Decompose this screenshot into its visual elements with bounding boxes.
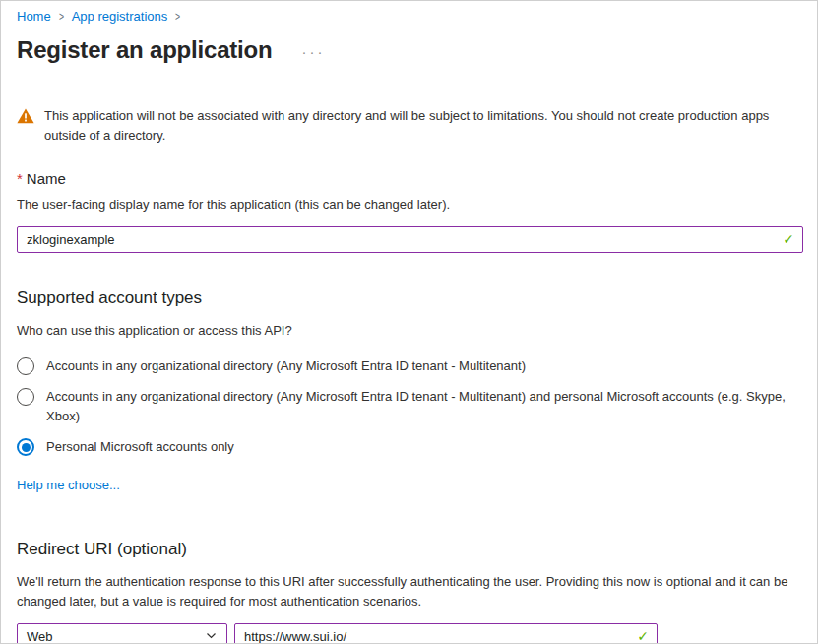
supported-account-types-heading: Supported account types	[17, 288, 801, 309]
breadcrumb-separator-icon: >	[175, 9, 180, 25]
breadcrumb-app-registrations-link[interactable]: App registrations	[72, 9, 168, 25]
redirect-uri-input[interactable]	[234, 623, 658, 644]
register-application-blade: Home > App registrations > Register an a…	[0, 0, 818, 644]
account-type-option-multitenant[interactable]: Accounts in any organizational directory…	[17, 356, 801, 376]
blade-context-menu-icon[interactable]: ···	[301, 43, 325, 57]
required-asterisk: *	[17, 170, 23, 187]
account-type-radio-group: Accounts in any organizational directory…	[17, 356, 801, 457]
title-row: Register an application ···	[17, 35, 801, 65]
help-me-choose-link[interactable]: Help me choose...	[17, 478, 120, 492]
name-field-wrap: ✓	[17, 226, 803, 253]
account-type-option-multitenant-personal[interactable]: Accounts in any organizational directory…	[17, 387, 801, 426]
account-type-option-personal-only[interactable]: Personal Microsoft accounts only	[17, 437, 801, 457]
radio-label: Accounts in any organizational directory…	[46, 387, 799, 426]
chevron-down-icon	[205, 629, 218, 644]
warning-triangle-icon	[17, 108, 34, 146]
warning-text: This application will not be associated …	[44, 106, 801, 146]
name-input[interactable]	[17, 226, 803, 253]
breadcrumb: Home > App registrations >	[17, 9, 801, 25]
radio-button[interactable]	[17, 438, 34, 456]
radio-dot	[22, 443, 31, 452]
radio-button[interactable]	[17, 388, 34, 406]
redirect-uri-description: We'll return the authentication response…	[17, 572, 801, 612]
name-field-label: *Name	[17, 170, 801, 187]
account-types-question: Who can use this application or access t…	[17, 323, 801, 338]
breadcrumb-separator-icon: >	[59, 9, 64, 25]
name-field-description: The user-facing display name for this ap…	[17, 196, 801, 214]
radio-label: Accounts in any organizational directory…	[46, 356, 526, 376]
radio-label: Personal Microsoft accounts only	[46, 437, 234, 457]
redirect-uri-controls: Web ✓	[17, 623, 801, 644]
redirect-uri-field-wrap: ✓	[234, 623, 658, 644]
name-label-text: Name	[27, 170, 66, 187]
radio-button[interactable]	[17, 357, 34, 375]
redirect-uri-heading: Redirect URI (optional)	[17, 539, 801, 560]
warning-banner: This application will not be associated …	[17, 106, 801, 146]
platform-select-value: Web	[27, 629, 53, 644]
page-title: Register an application	[17, 35, 272, 65]
platform-select[interactable]: Web	[17, 623, 227, 644]
breadcrumb-home-link[interactable]: Home	[17, 9, 51, 25]
